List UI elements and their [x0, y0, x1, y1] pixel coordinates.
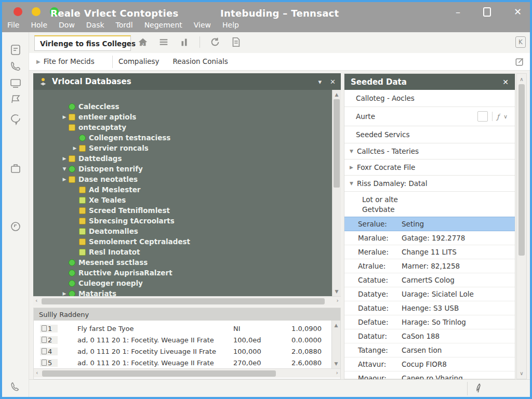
breadcrumb[interactable]: ▶ Fite for Mecids: [36, 57, 95, 65]
panel-close-icon[interactable]: ✕: [330, 78, 336, 86]
menu-item-dask[interactable]: Dask: [86, 21, 104, 29]
breadcrumb-item[interactable]: Compaliesy: [118, 57, 159, 65]
property-row[interactable]: Maralue:Gatage: 192.2778: [344, 231, 515, 245]
sub-item[interactable]: Lot or alte: [362, 195, 515, 205]
menu-icon[interactable]: [158, 36, 169, 48]
property-row[interactable]: Datatur:CaSon 188: [344, 329, 515, 343]
flag-icon[interactable]: [9, 92, 22, 105]
chevron-right-icon[interactable]: ▶: [61, 177, 68, 182]
property-group[interactable]: ▶Foxr Cocrate File: [344, 159, 515, 176]
property-row[interactable]: Datatye:Uarage: Siciatel Lole: [344, 287, 515, 301]
k-badge-icon[interactable]: K: [515, 36, 526, 48]
property-group[interactable]: ▼Riss Damaley: Datal: [344, 176, 515, 192]
tree-item[interactable]: Resl Inotatot: [33, 247, 331, 257]
table-row[interactable]: 5ad. 0 111 20 1: Focetity. Weuage II Fra…: [34, 357, 331, 368]
chevron-down-icon[interactable]: ▼: [61, 166, 68, 171]
maximize-button[interactable]: [483, 7, 491, 17]
chevron-right-icon[interactable]: ▶: [72, 145, 78, 151]
tree-item[interactable]: ▶entleer aptiols: [33, 112, 331, 122]
tree-item[interactable]: Sbrecsing tAcroolarts: [33, 216, 331, 226]
tree-item[interactable]: Culeoger noeply: [33, 278, 331, 288]
table-row[interactable]: 4ad, 0 111 20 1: Focetity Liveuage II Fr…: [34, 345, 331, 357]
tree-item[interactable]: ▼Distopen tenrify: [33, 164, 331, 174]
chevron-right-icon[interactable]: ▶: [61, 156, 68, 161]
tree-item[interactable]: Xe Teales: [33, 195, 331, 205]
tree-item[interactable]: Semolemert Ceptraladest: [33, 236, 331, 247]
history-icon[interactable]: [9, 220, 22, 233]
bag-icon[interactable]: [9, 162, 22, 175]
panel-collapse-icon[interactable]: ▾: [318, 78, 322, 86]
tree-item[interactable]: Ructtive AuprisaRalzert: [33, 268, 331, 278]
tree-item[interactable]: ▶Servier roncals: [33, 143, 331, 153]
table-row[interactable]: 2ad, 0 111 20 1: Focetity. Weuage II Fra…: [34, 334, 331, 345]
scroll-up-icon[interactable]: ▲: [332, 323, 340, 328]
chevron-down-icon[interactable]: ∨: [503, 113, 508, 120]
property-row[interactable]: Attavur:Cocup FIOR8: [344, 357, 515, 371]
property-row-selected[interactable]: Seralue:Seting: [344, 217, 515, 231]
minimize-traffic-icon[interactable]: [32, 7, 41, 16]
tree-item[interactable]: Mesened ssctlass: [33, 257, 331, 268]
phone-icon[interactable]: [9, 381, 21, 393]
property-row[interactable]: Datatue:Haenge: S3 USB: [344, 301, 515, 315]
breadcrumb-item[interactable]: Reasion Conials: [173, 57, 228, 65]
results-horizontal-scrollbar[interactable]: ‹ ›: [34, 368, 340, 378]
tree-item[interactable]: Caleccless: [33, 101, 331, 112]
property-row[interactable]: Defatue:Harage: So Trinlog: [344, 315, 515, 329]
property-row[interactable]: Tatange:Carsen tion: [344, 343, 515, 357]
menu-item-tordl[interactable]: Tordl: [116, 21, 133, 29]
close-traffic-icon[interactable]: [14, 7, 22, 16]
scroll-thumb[interactable]: [518, 84, 525, 256]
edit-icon[interactable]: [514, 57, 525, 67]
scroll-down-icon[interactable]: ▼: [332, 361, 340, 366]
tree-item[interactable]: ▶Dase neotatles: [33, 174, 331, 184]
panel-close-icon[interactable]: ✕: [502, 78, 509, 86]
scroll-thumb[interactable]: [42, 298, 325, 304]
menu-item-dow[interactable]: Dow: [59, 21, 75, 29]
scroll-down-icon[interactable]: ∨: [517, 370, 526, 376]
scroll-thumb[interactable]: [42, 370, 276, 377]
phone-icon[interactable]: [9, 60, 22, 73]
document-icon[interactable]: [230, 36, 242, 48]
pen-icon[interactable]: [473, 382, 484, 395]
function-icon[interactable]: ƒ: [497, 113, 499, 121]
refresh-icon[interactable]: [209, 36, 221, 48]
home-icon[interactable]: [137, 36, 149, 48]
tree-item[interactable]: ▶Matariats: [33, 288, 331, 296]
close-button[interactable]: ✕: [514, 6, 522, 17]
tree-item[interactable]: Collegen testnaciess: [33, 132, 331, 143]
tree-item[interactable]: Deatomalles: [33, 226, 331, 236]
menu-item-hole[interactable]: Hole: [31, 21, 47, 29]
chevron-right-icon[interactable]: ▶: [61, 291, 68, 296]
tree-item[interactable]: ontecaptaty: [33, 122, 331, 132]
scroll-up-icon[interactable]: ∧: [517, 76, 526, 82]
properties-scrollbar[interactable]: ∧ ∨: [516, 73, 527, 379]
property-row[interactable]: Atralue:Marner: 82,1258: [344, 259, 515, 273]
scroll-left-icon[interactable]: ‹: [36, 369, 38, 376]
tree-horizontal-scrollbar[interactable]: ‹ ›: [33, 296, 341, 305]
scroll-down-icon[interactable]: ▼: [332, 289, 341, 294]
checkbox[interactable]: [477, 111, 488, 122]
menu-item-help[interactable]: Help: [222, 21, 239, 29]
monitor-icon[interactable]: [9, 77, 22, 89]
scroll-thumb[interactable]: [334, 99, 340, 188]
minimize-button[interactable]: –: [456, 6, 460, 17]
sub-item[interactable]: Getvbate: [362, 205, 515, 215]
property-row[interactable]: Catatue:CarnertS Colog: [344, 273, 515, 287]
scroll-right-icon[interactable]: ›: [336, 369, 338, 376]
chat-icon[interactable]: [9, 113, 22, 126]
scroll-up-icon[interactable]: ▲: [332, 92, 341, 97]
table-row[interactable]: 1Fly farst De TyoeNI1.0,0900: [34, 323, 331, 334]
tree-item[interactable]: ▶Dattedlags: [33, 153, 331, 164]
chevron-right-icon[interactable]: ▶: [61, 114, 68, 119]
menu-item-view[interactable]: View: [194, 21, 211, 29]
scroll-right-icon[interactable]: ›: [337, 297, 339, 304]
tree-item[interactable]: Ad Meslester: [33, 184, 331, 195]
property-row[interactable]: Meralue:Change 11 LITS: [344, 245, 515, 259]
note-icon[interactable]: [9, 44, 22, 56]
property-group[interactable]: ▼Callctes - Tateries: [344, 143, 515, 159]
results-vertical-scrollbar[interactable]: ▲ ▼: [331, 321, 340, 368]
menu-item-negement[interactable]: Negement: [144, 21, 182, 29]
scroll-left-icon[interactable]: ‹: [35, 297, 37, 304]
chart-icon[interactable]: [179, 36, 190, 48]
tab-virlenge[interactable]: Virlenge to fiss Colleges ✕: [34, 35, 131, 51]
